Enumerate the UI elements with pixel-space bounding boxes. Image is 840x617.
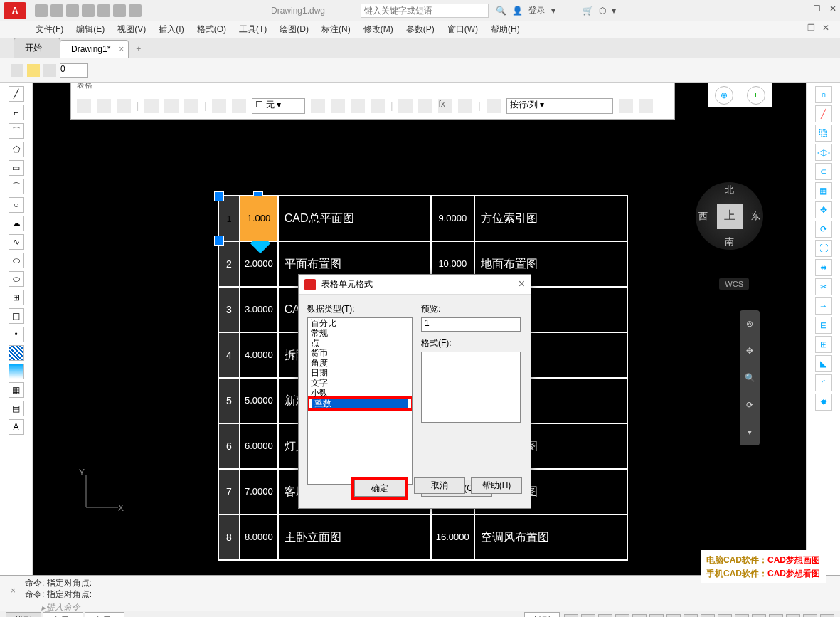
- annomon-icon[interactable]: [752, 614, 766, 618]
- cell[interactable]: 1.000: [240, 196, 278, 241]
- copy-icon[interactable]: ⿻: [815, 125, 832, 142]
- block-icon[interactable]: ◫: [9, 308, 24, 324]
- rectangle-icon[interactable]: ▭: [9, 160, 24, 176]
- grid-icon[interactable]: [564, 614, 578, 618]
- insert-col-left-icon[interactable]: [144, 99, 159, 113]
- layer-select[interactable]: 0: [60, 63, 88, 78]
- unmerge-icon[interactable]: [232, 99, 246, 113]
- datatype-listbox[interactable]: 百分比 常规 点 货币 角度 日期 文字 小数 整数: [307, 317, 413, 485]
- menu-insert[interactable]: 插入(I): [159, 23, 184, 36]
- snap-icon[interactable]: [581, 614, 595, 618]
- close-icon[interactable]: ✕: [829, 4, 836, 14]
- menu-dim[interactable]: 标注(N): [321, 23, 351, 36]
- clean-icon[interactable]: [803, 614, 817, 618]
- cell[interactable]: 9.0000: [431, 196, 474, 241]
- row-header[interactable]: 5: [218, 378, 240, 423]
- cmd-icon[interactable]: ▸_: [41, 603, 50, 613]
- workspace-icon[interactable]: [735, 614, 749, 618]
- match-icon[interactable]: [458, 99, 472, 113]
- move-icon[interactable]: ✥: [815, 201, 832, 218]
- hatch-icon[interactable]: [9, 345, 24, 361]
- search-input[interactable]: [361, 4, 489, 18]
- wcs-label[interactable]: WCS: [719, 278, 749, 290]
- target-icon[interactable]: ⊕: [715, 86, 733, 105]
- redo-icon[interactable]: [129, 4, 142, 17]
- tab-start[interactable]: 开始: [14, 38, 60, 58]
- align-icon[interactable]: [331, 99, 345, 113]
- menu-param[interactable]: 参数(P): [406, 23, 435, 36]
- offset-icon[interactable]: ⊂: [815, 163, 832, 180]
- block-icon[interactable]: [398, 99, 413, 113]
- circle-icon[interactable]: ○: [9, 197, 24, 213]
- join-icon[interactable]: ⊞: [815, 336, 832, 353]
- rotate-icon[interactable]: ⟳: [815, 221, 832, 238]
- fullnav-icon[interactable]: ⊚: [746, 319, 753, 329]
- save-icon[interactable]: [66, 4, 79, 17]
- point-icon[interactable]: •: [9, 327, 24, 342]
- annoscale-icon[interactable]: [718, 614, 732, 618]
- list-item[interactable]: 日期: [308, 368, 412, 378]
- menu-view[interactable]: 视图(V): [117, 23, 146, 36]
- viewcube-top[interactable]: 上: [717, 204, 743, 229]
- stretch-icon[interactable]: ⬌: [815, 259, 832, 276]
- row-header[interactable]: 1: [218, 196, 240, 241]
- user-icon[interactable]: 👤: [512, 6, 523, 16]
- list-item[interactable]: 文字: [308, 378, 412, 388]
- cell[interactable]: CAD总平面图: [278, 196, 431, 241]
- search-icon[interactable]: 🔍: [496, 6, 506, 16]
- ellipsearc-icon[interactable]: ⬭: [9, 271, 24, 287]
- insert-row-below-icon[interactable]: [97, 99, 111, 113]
- formula-icon[interactable]: fx: [438, 99, 452, 113]
- menu-modify[interactable]: 修改(M): [363, 23, 393, 36]
- view-cube[interactable]: 北 南 西 东 上: [696, 182, 763, 250]
- spline-icon[interactable]: ∿: [9, 234, 24, 250]
- delete-col-icon[interactable]: [184, 99, 198, 113]
- menu-draw[interactable]: 绘图(D): [280, 23, 309, 36]
- showmenu-icon[interactable]: ▾: [748, 427, 752, 437]
- menu-file[interactable]: 文件(F): [36, 23, 63, 36]
- dialog-titlebar[interactable]: 表格单元格式 ×: [299, 275, 531, 295]
- cell[interactable]: 方位索引图: [474, 196, 627, 241]
- login-link[interactable]: 登录: [528, 4, 546, 16]
- units-icon[interactable]: [769, 614, 783, 618]
- ortho-icon[interactable]: [598, 614, 612, 618]
- orbit-icon[interactable]: ⟳: [746, 400, 753, 410]
- list-item[interactable]: 货币: [308, 348, 412, 358]
- row-header[interactable]: 4: [218, 332, 240, 378]
- pan-icon[interactable]: ✥: [746, 346, 753, 356]
- drawing-canvas[interactable]: ⊕ + 1 1.000 CAD总平面图 9.0000 方位索引图 22.0000…: [33, 83, 806, 575]
- undo-icon[interactable]: [113, 4, 126, 17]
- app-logo[interactable]: A: [4, 2, 26, 19]
- help-button[interactable]: 帮助(H): [471, 477, 522, 494]
- minimize-icon[interactable]: —: [796, 4, 804, 14]
- cart-icon[interactable]: 🛒: [583, 6, 593, 16]
- tab-close-icon[interactable]: ×: [119, 44, 124, 54]
- revcloud-icon[interactable]: ☁: [9, 216, 24, 231]
- cycling-icon[interactable]: [701, 614, 715, 618]
- menu-window[interactable]: 窗口(W): [447, 23, 478, 36]
- row-header[interactable]: 2: [218, 241, 240, 287]
- ellipse-icon[interactable]: ⬭: [9, 253, 24, 268]
- tab-drawing[interactable]: Drawing1*×: [60, 40, 129, 58]
- datalink-icon[interactable]: [487, 99, 501, 113]
- otrack-icon[interactable]: [649, 614, 664, 618]
- polygon-icon[interactable]: ⬠: [9, 142, 24, 157]
- insert-row-above-icon[interactable]: [77, 99, 91, 113]
- download-icon[interactable]: [639, 99, 653, 113]
- lwt-icon[interactable]: [666, 614, 681, 618]
- line-icon[interactable]: ╱: [9, 86, 24, 102]
- row-header[interactable]: 8: [218, 515, 240, 560]
- row-header[interactable]: 3: [218, 287, 240, 332]
- maximize-icon[interactable]: ☐: [813, 4, 821, 14]
- sun-icon[interactable]: [27, 64, 40, 77]
- cancel-button[interactable]: 取消: [414, 477, 465, 494]
- saveas-icon[interactable]: [82, 4, 95, 17]
- menu-help[interactable]: 帮助(H): [491, 23, 520, 36]
- table-icon[interactable]: ▤: [9, 401, 24, 416]
- chamfer-icon[interactable]: ◣: [815, 355, 832, 372]
- menu-tools[interactable]: 工具(T): [239, 23, 267, 36]
- doc-restore-icon[interactable]: ❐: [807, 23, 815, 33]
- grip-icon[interactable]: [214, 236, 224, 246]
- ok-button[interactable]: 确定: [354, 480, 405, 497]
- new-icon[interactable]: [35, 4, 48, 17]
